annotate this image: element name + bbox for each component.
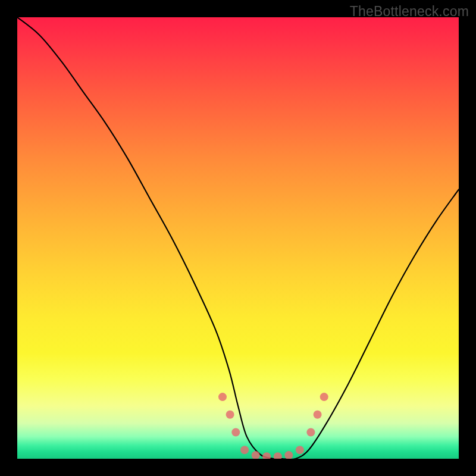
data-marker	[226, 411, 234, 419]
data-marker	[218, 393, 227, 401]
data-marker	[314, 411, 322, 419]
bottleneck-curve	[17, 17, 459, 459]
data-marker	[306, 428, 315, 437]
watermark-text: TheBottleneck.com	[350, 4, 469, 20]
chart-frame: TheBottleneck.com	[0, 0, 476, 476]
curve-path	[17, 17, 459, 459]
data-marker	[231, 428, 240, 437]
data-marker	[284, 451, 293, 459]
data-marker	[262, 452, 271, 459]
plot-area	[17, 17, 459, 459]
data-marker	[274, 452, 282, 459]
data-marker	[296, 446, 304, 454]
data-marker	[240, 446, 249, 454]
marker-group	[218, 393, 328, 459]
data-marker	[320, 393, 328, 401]
